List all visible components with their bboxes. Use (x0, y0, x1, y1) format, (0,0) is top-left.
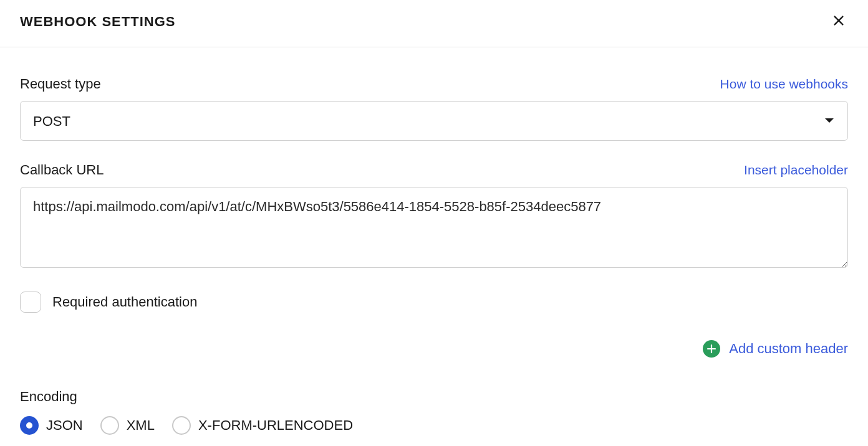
panel-title: WEBHOOK SETTINGS (20, 14, 175, 30)
request-type-label: Request type (20, 76, 101, 92)
encoding-radio-label: X-FORM-URLENCODED (198, 417, 353, 434)
encoding-option-json[interactable]: JSON (20, 416, 83, 435)
encoding-radio-row: JSON XML X-FORM-URLENCODED (20, 416, 848, 435)
callback-url-group: Callback URL Insert placeholder https://… (20, 162, 848, 270)
insert-placeholder-link[interactable]: Insert placeholder (744, 163, 848, 178)
auth-checkbox-row: Required authentication (20, 292, 848, 313)
encoding-label: Encoding (20, 389, 848, 405)
close-icon (832, 14, 846, 29)
required-authentication-label: Required authentication (52, 294, 197, 310)
close-button[interactable] (829, 11, 848, 32)
panel-content: Request type How to use webhooks POST Ca… (0, 47, 868, 435)
encoding-radio-xform[interactable] (172, 416, 191, 435)
encoding-radio-xml[interactable] (100, 416, 119, 435)
encoding-option-xml[interactable]: XML (100, 416, 155, 435)
request-type-select[interactable]: POST (20, 101, 848, 141)
request-type-group: Request type How to use webhooks POST (20, 76, 848, 141)
encoding-radio-json[interactable] (20, 416, 39, 435)
add-custom-header-button[interactable]: Add custom header (20, 340, 848, 358)
encoding-radio-label: XML (127, 417, 155, 434)
request-type-select-wrap: POST (20, 101, 848, 141)
request-type-header: Request type How to use webhooks (20, 76, 848, 92)
callback-url-input[interactable]: https://api.mailmodo.com/api/v1/at/c/MHx… (20, 187, 848, 268)
plus-circle-icon (703, 340, 720, 358)
required-authentication-checkbox[interactable] (20, 292, 41, 313)
panel-header: WEBHOOK SETTINGS (0, 0, 868, 47)
add-custom-header-label: Add custom header (729, 341, 848, 357)
how-to-use-webhooks-link[interactable]: How to use webhooks (720, 77, 848, 92)
encoding-option-xform[interactable]: X-FORM-URLENCODED (172, 416, 353, 435)
callback-url-header: Callback URL Insert placeholder (20, 162, 848, 178)
encoding-group: Encoding JSON XML X-FORM-URLENCODED (20, 389, 848, 435)
callback-url-label: Callback URL (20, 162, 104, 178)
encoding-radio-label: JSON (46, 417, 83, 434)
